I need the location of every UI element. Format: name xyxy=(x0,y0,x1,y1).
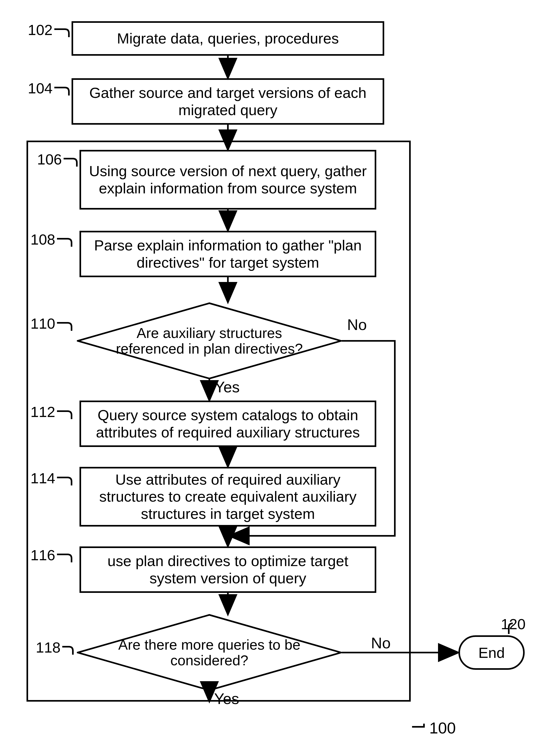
step-gather-versions: Gather source and target versions of eac… xyxy=(71,78,384,125)
terminator-end: End xyxy=(459,635,525,670)
ref-110: 110 xyxy=(31,315,55,332)
step-parse-explain-text: Parse explain information to gather "pla… xyxy=(86,237,369,271)
ref-114: 114 xyxy=(31,469,55,487)
step-create-structures: Use attributes of required auxiliary str… xyxy=(79,467,376,527)
label-118-yes: Yes xyxy=(214,690,239,708)
ref-112: 112 xyxy=(31,403,55,420)
step-migrate-data-text: Migrate data, queries, procedures xyxy=(117,30,339,47)
ref-108: 108 xyxy=(31,231,55,248)
figure-number: 100 xyxy=(429,719,456,737)
flowchart-canvas: 102 Migrate data, queries, procedures 10… xyxy=(0,0,535,756)
step-query-catalogs: Query source system catalogs to obtain a… xyxy=(79,401,376,447)
step-query-catalogs-text: Query source system catalogs to obtain a… xyxy=(86,407,369,441)
ref-116: 116 xyxy=(31,546,55,564)
decision-aux-structures-text: Are auxiliary structures referenced in p… xyxy=(109,325,310,357)
ref-118: 118 xyxy=(36,639,60,656)
ref-120: 120 xyxy=(501,616,525,633)
terminator-end-text: End xyxy=(478,644,505,661)
step-create-structures-text: Use attributes of required auxiliary str… xyxy=(86,471,369,522)
label-110-yes: Yes xyxy=(215,378,240,396)
step-migrate-data: Migrate data, queries, procedures xyxy=(71,21,384,56)
step-gather-explain: Using source version of next query, gath… xyxy=(79,150,376,210)
step-gather-explain-text: Using source version of next query, gath… xyxy=(86,163,369,197)
ref-106: 106 xyxy=(37,151,62,168)
label-110-no: No xyxy=(347,316,367,333)
decision-aux-structures: Are auxiliary structures referenced in p… xyxy=(77,302,342,379)
label-118-no: No xyxy=(371,634,391,652)
step-parse-explain: Parse explain information to gather "pla… xyxy=(79,231,376,277)
step-gather-versions-text: Gather source and target versions of eac… xyxy=(78,84,377,119)
step-optimize-query: use plan directives to optimize target s… xyxy=(79,546,376,593)
decision-more-queries: Are there more queries to be considered? xyxy=(77,614,342,691)
step-optimize-query-text: use plan directives to optimize target s… xyxy=(86,553,369,587)
ref-102: 102 xyxy=(28,21,52,39)
decision-more-queries-text: Are there more queries to be considered? xyxy=(109,637,310,668)
ref-104: 104 xyxy=(28,79,52,97)
